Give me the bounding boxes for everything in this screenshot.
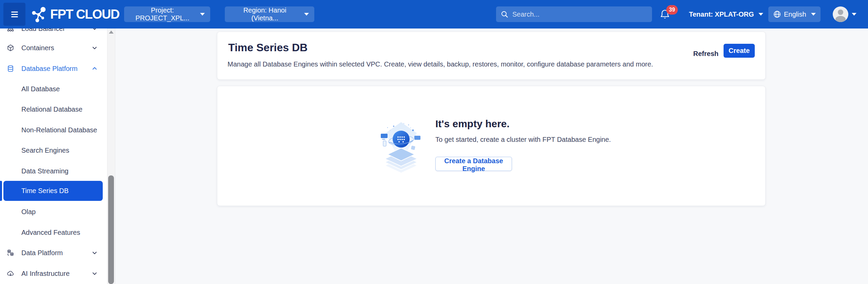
database-platform-icon (7, 65, 14, 72)
project-selector[interactable]: Project: PROJECT_XPL... (124, 6, 210, 22)
sidebar-item-search-engines[interactable]: Search Engines (0, 140, 107, 160)
avatar (833, 6, 848, 22)
empty-state-description: To get started, create a cluster with FP… (435, 136, 611, 144)
caret-down-icon (758, 13, 763, 16)
page-header-card: Time Series DB Manage all Database Engin… (217, 32, 766, 80)
create-button[interactable]: Create (724, 44, 755, 58)
menu-toggle-button[interactable] (3, 3, 25, 26)
caret-down-icon (852, 13, 856, 16)
brand-logo-text: FPT CLOUD (50, 7, 119, 22)
sidebar-scrollbar-thumb[interactable] (108, 175, 114, 284)
sidebar-item-advanced-features[interactable]: Advanced Features (0, 222, 107, 243)
page-title: Time Series DB (228, 41, 308, 54)
data-platform-icon (7, 249, 14, 257)
page-description: Manage all Database Engines within selec… (228, 60, 653, 68)
project-selector-label: Project: PROJECT_XPL... (130, 6, 195, 22)
notifications-button[interactable]: 39 (660, 6, 680, 22)
app-window: FPT CLOUD Project: PROJECT_XPL... Region… (0, 0, 868, 284)
caret-down-icon (811, 13, 816, 16)
tenant-selector-label: Tenant: XPLAT-ORG (689, 11, 754, 18)
sidebar-item-time-series-db[interactable]: Time Series DB (3, 181, 103, 201)
create-database-engine-button[interactable]: Create a Database Engine (435, 157, 512, 171)
containers-icon (7, 44, 14, 52)
empty-state-card: It's empty here. To get started, create … (217, 86, 766, 206)
sidebar-item-non-relational-database[interactable]: Non-Relational Database (0, 120, 107, 140)
user-menu[interactable] (833, 0, 856, 29)
top-navbar: FPT CLOUD Project: PROJECT_XPL... Region… (0, 0, 868, 29)
sidebar-item-containers[interactable]: Containers (0, 38, 115, 58)
main-content: Time Series DB Manage all Database Engin… (115, 29, 868, 284)
language-selector-label: English (784, 11, 806, 18)
load-balancer-icon (7, 29, 14, 32)
avatar-person-icon (838, 10, 843, 15)
region-selector[interactable]: Region: Hanoi (Vietna... (225, 6, 314, 22)
chevron-down-icon (91, 270, 98, 277)
language-selector[interactable]: English (768, 6, 821, 22)
region-selector-label: Region: Hanoi (Vietna... (230, 6, 299, 22)
search-input[interactable] (512, 11, 647, 18)
empty-state-illustration (380, 120, 422, 176)
refresh-button[interactable]: Refresh (693, 50, 718, 58)
caret-down-icon (200, 13, 205, 16)
search-box (496, 6, 652, 22)
chevron-up-icon (91, 65, 98, 72)
sidebar-item-data-platform[interactable]: Data Platform (0, 243, 115, 263)
notification-badge: 39 (666, 5, 678, 15)
ai-infrastructure-icon (7, 270, 14, 277)
sidebar-nav: Load Balancer Containers (0, 29, 115, 284)
tenant-selector[interactable]: Tenant: XPLAT-ORG (689, 0, 763, 29)
sidebar-item-relational-database[interactable]: Relational Database (0, 99, 107, 119)
brand-logo[interactable]: FPT CLOUD (31, 0, 119, 29)
active-item-indicator (0, 181, 2, 201)
scroll-up-arrow-icon[interactable] (109, 31, 114, 34)
sidebar-item-all-database[interactable]: All Database (0, 79, 107, 99)
sidebar-item-olap[interactable]: Olap (0, 202, 107, 222)
chevron-down-icon (91, 29, 98, 32)
sidebar-item-load-balancer[interactable]: Load Balancer (0, 29, 115, 39)
empty-state-title: It's empty here. (435, 118, 510, 130)
empty-state-text-block: It's empty here. To get started, create … (435, 86, 741, 206)
hamburger-icon (11, 10, 18, 19)
sidebar-item-data-streaming[interactable]: Data Streaming (0, 161, 107, 181)
chevron-down-icon (91, 44, 98, 51)
chevron-down-icon (91, 249, 98, 256)
fpt-molecule-icon (31, 6, 47, 23)
sidebar-item-database-platform[interactable]: Database Platform (0, 58, 115, 79)
caret-down-icon (304, 13, 309, 16)
globe-icon (773, 10, 781, 18)
search-icon (501, 11, 508, 18)
sidebar-item-ai-infrastructure[interactable]: AI Infrastructure (0, 263, 115, 284)
